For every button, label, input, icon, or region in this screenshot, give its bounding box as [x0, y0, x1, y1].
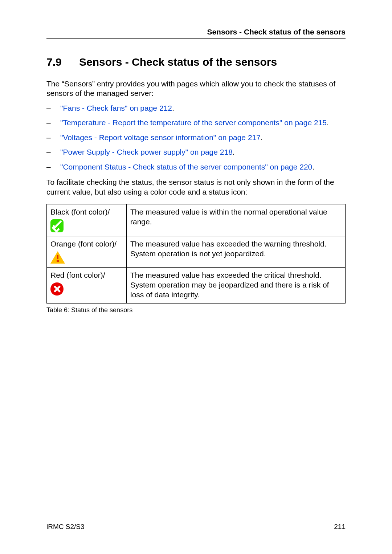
xref-link[interactable]: "Fans - Check fans" on page 212 [60, 104, 172, 112]
critical-icon [50, 282, 123, 296]
list-item: "Fans - Check fans" on page 212. [46, 103, 346, 113]
section-heading: 7.9 Sensors - Check status of the sensor… [46, 56, 346, 68]
table-cell: Red (font color)/ [47, 267, 127, 304]
xref-link[interactable]: "Power Supply - Check power supply" on p… [60, 148, 233, 156]
table-row: Orange (font color)/ The measured value … [47, 236, 346, 267]
xref-link[interactable]: "Voltages - Report voltage sensor inform… [60, 133, 261, 142]
table-cell: Black (font color)/ [47, 204, 127, 236]
table-cell: Orange (font color)/ [47, 236, 127, 267]
paragraph: To facilitate checking the status, the s… [46, 178, 346, 197]
text: . [172, 104, 174, 112]
status-table: Black (font color)/ The measured value i… [46, 204, 346, 304]
link-list: "Fans - Check fans" on page 212. "Temper… [46, 103, 346, 172]
footer-page-number: 211 [334, 523, 346, 531]
text: . [261, 133, 263, 142]
table-cell: The measured value has exceeded the warn… [127, 236, 346, 267]
table-row: Black (font color)/ The measured value i… [47, 204, 346, 236]
warning-icon [50, 251, 123, 264]
running-header: Sensors - Check status of the sensors [46, 28, 346, 39]
table-caption: Table 6: Status of the sensors [46, 306, 346, 314]
section-number: 7.9 [46, 56, 79, 68]
xref-link[interactable]: "Temperature - Report the temperature of… [60, 118, 327, 127]
table-row: Red (font color)/ The measured value has… [47, 267, 346, 304]
status-label: Red (font color)/ [50, 270, 123, 280]
page-footer: iRMC S2/S3 211 [46, 523, 346, 531]
text: . [233, 148, 235, 156]
footer-left: iRMC S2/S3 [46, 523, 85, 531]
table-cell: The measured value is within the normal … [127, 204, 346, 236]
text: . [327, 118, 329, 127]
text: . [312, 163, 314, 171]
intro-paragraph: The “Sensors” entry provides you with pa… [46, 79, 346, 98]
list-item: "Voltages - Report voltage sensor inform… [46, 133, 346, 142]
list-item: "Temperature - Report the temperature of… [46, 118, 346, 127]
ok-icon [50, 219, 123, 232]
list-item: "Power Supply - Check power supply" on p… [46, 147, 346, 157]
table-cell: The measured value has exceeded the crit… [127, 267, 346, 304]
section-title: Sensors - Check status of the sensors [79, 56, 277, 68]
xref-link[interactable]: "Component Status - Check status of the … [60, 163, 312, 171]
status-label: Black (font color)/ [50, 207, 123, 217]
list-item: "Component Status - Check status of the … [46, 162, 346, 172]
status-label: Orange (font color)/ [50, 239, 123, 249]
